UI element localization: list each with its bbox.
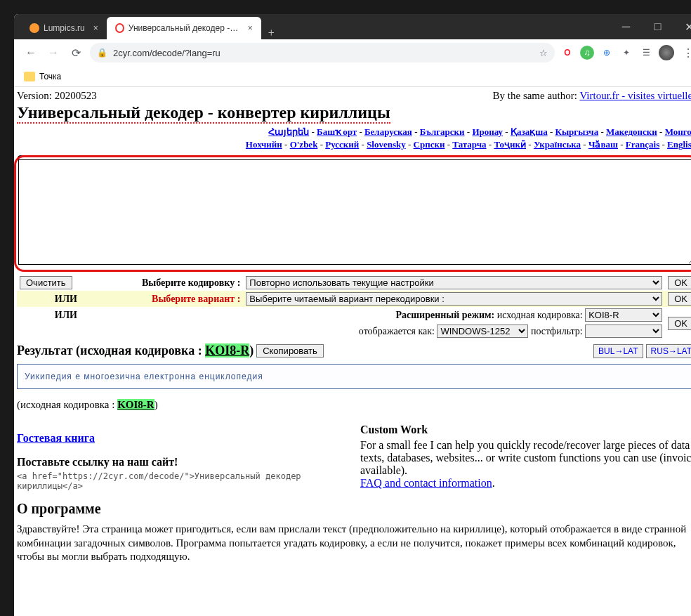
language-row-2: Нохчийн - O'zbek - Русский - Slovensky -…: [17, 139, 691, 150]
menu-icon[interactable]: ⋮: [680, 44, 691, 61]
opera-icon[interactable]: O: [560, 46, 574, 60]
result-header: Результат (исходная кодировка : KOI8-R) …: [17, 343, 691, 358]
language-link[interactable]: Кыргызча: [555, 126, 599, 137]
language-link[interactable]: Македонски: [606, 126, 657, 137]
tab-favicon: [29, 23, 39, 33]
close-icon[interactable]: ✕: [673, 15, 691, 38]
faq-link[interactable]: FAQ and contact information: [360, 477, 492, 489]
language-link[interactable]: Русский: [325, 139, 359, 150]
encoding-label: Выберите кодировку :: [80, 275, 243, 291]
ok-button[interactable]: OK: [668, 317, 691, 330]
language-link[interactable]: Français: [626, 139, 659, 150]
folder-icon: [24, 72, 35, 81]
language-link[interactable]: Қазақша: [511, 126, 548, 137]
language-link[interactable]: Тоҷикӣ: [494, 139, 526, 150]
new-tab-button[interactable]: +: [261, 27, 282, 39]
reload-button[interactable]: ⟳: [67, 44, 84, 61]
language-link[interactable]: English: [667, 139, 691, 150]
postfilter-select[interactable]: [585, 325, 662, 338]
page-title: Универсальный декодер - конвертер кирилл…: [17, 103, 390, 124]
source-textarea[interactable]: [18, 159, 691, 265]
window-controls: ─ □ ✕: [610, 15, 691, 38]
language-link[interactable]: Нохчийн: [246, 139, 282, 150]
tab-title: Универсальный декодер - конв: [129, 23, 239, 33]
browser-tab-inactive[interactable]: Lumpics.ru ×: [21, 17, 107, 39]
or-label: ИЛИ: [55, 294, 77, 304]
reading-list-icon[interactable]: ☰: [639, 46, 653, 60]
language-link[interactable]: Чӑваш: [588, 139, 618, 150]
maximize-icon[interactable]: □: [642, 15, 673, 38]
language-link[interactable]: Башҡорт: [317, 126, 357, 137]
same-author: By the same author: Virtour.fr - visites…: [493, 90, 691, 102]
language-link[interactable]: O'zbek: [290, 139, 318, 150]
put-link-heading: Поставьте ссылку на наш сайт!: [17, 456, 353, 468]
encoding-select[interactable]: Повторно использовать текущие настройки: [246, 276, 662, 289]
input-highlight-frame: [14, 155, 691, 272]
guestbook-link[interactable]: Гостевая книга: [17, 432, 95, 444]
bul-lat-button[interactable]: BUL→LAT: [593, 344, 643, 358]
lock-icon: 🔒: [97, 48, 107, 58]
tab-favicon: [115, 23, 124, 33]
link-code[interactable]: <a href="https://2cyr.com/decode/">Униве…: [17, 471, 353, 491]
titlebar: Lumpics.ru × Универсальный декодер - кон…: [14, 14, 691, 39]
bookmark-item[interactable]: Точка: [39, 72, 61, 81]
source-encoding-inline: (исходная кодировка : KOI8-R): [17, 399, 691, 411]
url-text: 2cyr.com/decode/?lang=ru: [113, 48, 221, 58]
language-link[interactable]: Українська: [534, 139, 581, 150]
page-content: Version: 20200523 By the same author: Vi…: [14, 87, 691, 616]
language-link[interactable]: Иронау: [472, 126, 503, 137]
result-encoding: KOI8-R: [205, 343, 249, 358]
custom-work-heading: Custom Work: [360, 424, 691, 436]
result-output: Уикипедия е многоезична електронна енцик…: [17, 364, 691, 389]
variant-label: Выберите вариант :: [152, 294, 240, 304]
address-bar[interactable]: 🔒 2cyr.com/decode/?lang=ru ☆: [90, 43, 555, 63]
variant-select[interactable]: Выберите читаемый вариант перекодировки …: [246, 292, 662, 306]
virtour-link[interactable]: Virtour.fr - visites virtuelles: [579, 90, 691, 101]
profile-avatar[interactable]: [659, 45, 674, 60]
language-link[interactable]: Slovensky: [367, 139, 406, 150]
language-link[interactable]: Български: [420, 126, 465, 137]
extensions-icon[interactable]: ✦: [619, 46, 633, 60]
language-link[interactable]: Монгол: [665, 126, 691, 137]
rus-lat-button[interactable]: RUS→LAT: [646, 344, 691, 358]
language-link[interactable]: Беларуская: [364, 126, 412, 137]
source-encoding-select[interactable]: KOI8-R: [585, 308, 662, 322]
ok-button[interactable]: OK: [668, 292, 691, 306]
right-column: Custom Work For a small fee I can help y…: [360, 421, 691, 491]
back-button[interactable]: ←: [22, 44, 39, 61]
globe-icon[interactable]: ⊕: [600, 46, 614, 60]
displayed-as-select[interactable]: WINDOWS-1252: [437, 325, 528, 338]
language-row-1: Հայերեն - Башҡорт - Беларуская - Българс…: [17, 126, 691, 138]
ok-button[interactable]: OK: [668, 276, 691, 289]
about-heading: О программе: [17, 501, 691, 517]
custom-work-body: For a small fee I can help you quickly r…: [360, 439, 691, 476]
about-body: Здравствуйте! Эта страница может пригоди…: [17, 523, 691, 564]
browser-tab-active[interactable]: Универсальный декодер - конв ×: [107, 17, 261, 39]
language-link[interactable]: Српски: [414, 139, 445, 150]
copy-button[interactable]: Скопировать: [256, 344, 324, 358]
language-link[interactable]: Татарча: [452, 139, 486, 150]
language-link[interactable]: Հայերեն: [268, 126, 309, 137]
browser-toolbar: ← → ⟳ 🔒 2cyr.com/decode/?lang=ru ☆ O ♫ ⊕…: [14, 39, 691, 66]
bookmark-bar: Точка: [14, 66, 691, 87]
or-label: ИЛИ: [55, 310, 77, 320]
clear-button[interactable]: Очистить: [20, 276, 72, 289]
tabs-row: Lumpics.ru × Универсальный декодер - кон…: [14, 14, 610, 39]
controls-table: Очистить Выберите кодировку : Повторно и…: [17, 275, 691, 339]
version-label: Version: 20200523: [17, 90, 97, 102]
tab-title: Lumpics.ru: [44, 23, 85, 33]
star-icon[interactable]: ☆: [539, 48, 548, 58]
close-icon[interactable]: ×: [93, 23, 98, 33]
music-icon[interactable]: ♫: [580, 46, 594, 60]
minimize-icon[interactable]: ─: [610, 15, 642, 38]
close-icon[interactable]: ×: [248, 23, 253, 33]
displayed-as-row: отображается как: WINDOWS-1252 постфильт…: [80, 323, 665, 339]
left-column: Гостевая книга Поставьте ссылку на наш с…: [17, 421, 353, 491]
advanced-mode-row: Расширенный режим: исходная кодировка: K…: [80, 307, 665, 323]
forward-button[interactable]: →: [45, 44, 62, 61]
